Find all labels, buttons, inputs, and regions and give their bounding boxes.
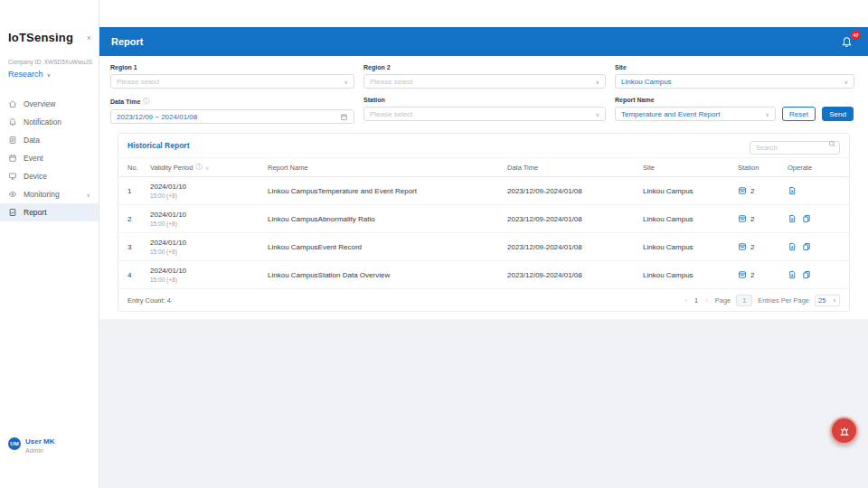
user-name: User MK xyxy=(25,437,54,446)
cell-report-name: Linkou CampusStation Data Overview xyxy=(268,271,507,279)
sidebar-item-event[interactable]: Event xyxy=(0,149,99,167)
export-report-icon[interactable] xyxy=(788,242,797,251)
cell-data-time: 2023/12/09-2024/01/08 xyxy=(507,215,643,223)
cell-data-time: 2023/12/09-2024/01/08 xyxy=(507,243,643,251)
export-report-icon[interactable] xyxy=(788,214,797,223)
user-profile[interactable]: UM User MK Admin xyxy=(8,437,54,454)
workspace-selector[interactable]: Research ∨ xyxy=(0,65,99,79)
page-label: Page xyxy=(715,296,731,305)
station-count: 2 xyxy=(750,243,754,251)
cell-report-name: Linkou CampusTemperature and Event Repor… xyxy=(268,187,507,195)
chevron-down-icon: ∨ xyxy=(596,111,599,117)
monitor-icon xyxy=(8,172,17,181)
cell-station[interactable]: 2 xyxy=(738,242,788,251)
copy-report-icon[interactable] xyxy=(802,242,811,251)
region1-label: Region 1 xyxy=(110,64,354,70)
station-count: 2 xyxy=(750,187,754,195)
report-name-select[interactable]: Temperature and Event Report ∨ xyxy=(615,107,776,121)
cell-station[interactable]: 2 xyxy=(738,270,788,279)
export-report-icon[interactable] xyxy=(788,186,797,195)
bell-icon xyxy=(8,117,17,127)
validity-date: 2024/01/10 xyxy=(150,183,268,191)
report-name-value: Temperature and Event Report xyxy=(621,110,720,118)
notifications-button[interactable]: 47 xyxy=(841,34,855,49)
app-header: Report 47 xyxy=(99,27,868,56)
site-label: Site xyxy=(615,64,854,70)
col-validity-label: Validity Period xyxy=(150,164,193,172)
station-placeholder: Please select xyxy=(370,110,413,118)
cell-no: 1 xyxy=(127,187,150,195)
main-content: Report 47 Region 1 Please select ∨ Regio… xyxy=(99,27,868,488)
cell-operate xyxy=(788,270,840,279)
sidebar-item-monitoring[interactable]: Monitoring ∨ xyxy=(0,185,99,203)
validity-date: 2024/01/10 xyxy=(150,211,268,219)
table-header-row: No. Validity Period ⓘ ∨ Report Name Data… xyxy=(118,157,849,177)
sidebar-item-notification[interactable]: Notification xyxy=(0,113,99,131)
report-name-label: Report Name xyxy=(615,97,854,103)
sidebar-item-label: Device xyxy=(24,172,47,181)
historical-report-card: Historical Report No. Validity Period ⓘ … xyxy=(118,133,850,312)
reset-button[interactable]: Reset xyxy=(782,107,816,121)
sidebar-item-label: Report xyxy=(24,208,47,217)
prev-page-icon[interactable]: ‹ xyxy=(684,296,690,305)
region2-placeholder: Please select xyxy=(370,78,413,86)
export-report-icon[interactable] xyxy=(788,270,797,279)
station-icon xyxy=(738,186,747,195)
validity-date: 2024/01/10 xyxy=(150,239,268,247)
data-time-range-input[interactable]: 2023/12/09 ~ 2024/01/08 xyxy=(110,109,354,124)
region1-select[interactable]: Please select ∨ xyxy=(110,74,354,89)
search-icon[interactable] xyxy=(828,140,836,148)
home-icon xyxy=(8,99,17,108)
region2-select[interactable]: Please select ∨ xyxy=(363,74,606,89)
calendar-icon xyxy=(340,113,348,121)
page-input[interactable] xyxy=(736,295,752,306)
copy-report-icon[interactable] xyxy=(802,270,811,279)
eye-icon xyxy=(8,190,17,199)
info-icon[interactable]: ⓘ xyxy=(143,97,149,106)
chevron-down-icon: ∨ xyxy=(596,79,599,85)
sidebar-item-report[interactable]: Report xyxy=(0,203,99,221)
current-page[interactable]: 1 xyxy=(694,296,698,305)
collapse-sidebar-icon[interactable]: × xyxy=(87,33,91,42)
cell-station[interactable]: 2 xyxy=(738,214,788,223)
sidebar-item-label: Event xyxy=(24,154,43,163)
chevron-down-icon: ∨ xyxy=(766,111,769,117)
station-icon xyxy=(738,242,747,251)
sidebar-item-overview[interactable]: Overview xyxy=(0,95,99,113)
sidebar-item-device[interactable]: Device xyxy=(0,167,99,185)
cell-report-name: Linkou CampusAbnormality Ratio xyxy=(268,215,507,223)
col-validity-period[interactable]: Validity Period ⓘ ∨ xyxy=(150,163,268,172)
sidebar-item-label: Notification xyxy=(24,117,61,127)
validity-time: 15:00 (+8) xyxy=(150,249,268,255)
entries-per-page-select[interactable]: 25 ∨ xyxy=(815,295,840,306)
user-role: Admin xyxy=(25,447,54,454)
notification-count-badge: 47 xyxy=(851,31,861,39)
info-icon[interactable]: ⓘ xyxy=(195,163,203,172)
validity-time: 15:00 (+8) xyxy=(150,192,268,199)
cell-data-time: 2023/12/09-2024/01/08 xyxy=(507,271,643,279)
alarm-fab-button[interactable] xyxy=(830,417,858,445)
next-page-icon[interactable]: › xyxy=(703,296,710,305)
cell-site: Linkou Campus xyxy=(643,187,738,195)
chevron-down-icon: ∨ xyxy=(844,79,848,85)
entry-count: Entry Count: 4 xyxy=(127,296,171,305)
cell-report-name: Linkou CampusEvent Record xyxy=(268,243,507,251)
sidebar-item-label: Data xyxy=(24,136,40,145)
chevron-down-icon: ∨ xyxy=(833,297,836,303)
copy-report-icon[interactable] xyxy=(802,214,811,223)
card-title: Historical Report xyxy=(127,141,190,150)
sort-icon[interactable]: ∨ xyxy=(205,164,209,171)
cell-site: Linkou Campus xyxy=(643,243,738,251)
app-logo: IoTSensing xyxy=(8,31,73,44)
send-button[interactable]: Send xyxy=(822,107,854,121)
station-select[interactable]: Please select ∨ xyxy=(363,107,606,121)
search-input[interactable] xyxy=(750,141,840,155)
report-icon xyxy=(8,208,17,217)
cell-station[interactable]: 2 xyxy=(738,186,788,195)
table-body: 1 2024/01/10 15:00 (+8) Linkou CampusTem… xyxy=(118,177,849,289)
station-icon xyxy=(738,270,747,279)
site-select[interactable]: Linkou Campus ∨ xyxy=(615,74,854,89)
sidebar-item-data[interactable]: Data xyxy=(0,131,99,149)
site-value: Linkou Campus xyxy=(621,78,672,86)
cell-operate xyxy=(788,214,840,223)
